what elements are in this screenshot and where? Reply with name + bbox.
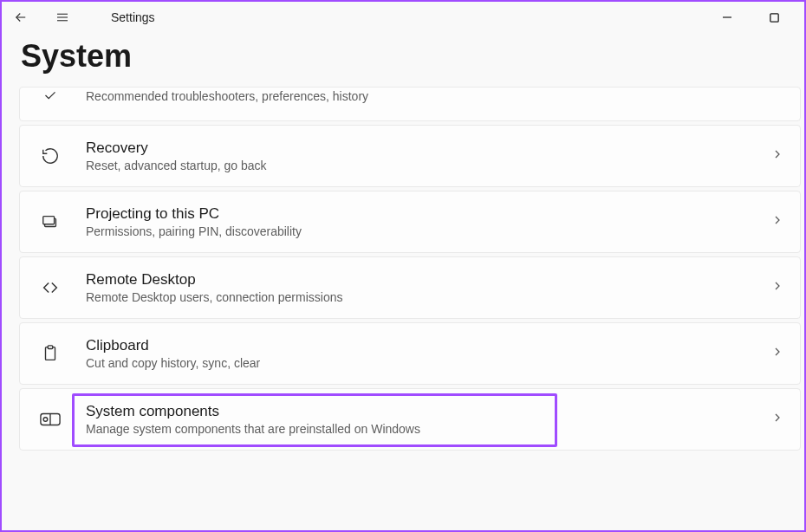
row-subtitle: Permissions, pairing PIN, discoverabilit… <box>86 224 760 238</box>
row-title: Projecting to this PC <box>86 205 760 223</box>
settings-window: Settings System Recommended troubleshoot… <box>0 0 806 532</box>
remote-desktop-icon <box>39 276 62 299</box>
chevron-right-icon <box>770 345 784 362</box>
row-subtitle: Remote Desktop users, connection permiss… <box>86 290 760 304</box>
row-subtitle: Cut and copy history, sync, clear <box>86 356 760 370</box>
chevron-right-icon <box>770 279 784 296</box>
row-troubleshoot[interactable]: Recommended troubleshooters, preferences… <box>19 87 801 121</box>
svg-rect-2 <box>43 217 55 224</box>
row-subtitle: Recommended troubleshooters, preferences… <box>86 89 784 103</box>
row-title: Remote Desktop <box>86 271 760 289</box>
row-remote-desktop[interactable]: Remote Desktop Remote Desktop users, con… <box>19 256 801 319</box>
titlebar: Settings <box>2 2 804 33</box>
row-subtitle: Reset, advanced startup, go back <box>86 159 760 172</box>
row-title: Recovery <box>86 139 760 157</box>
menu-button[interactable] <box>50 5 75 29</box>
recovery-icon <box>39 145 62 167</box>
row-title: System components <box>86 403 760 420</box>
row-title: Clipboard <box>86 337 760 354</box>
chevron-right-icon <box>770 411 784 428</box>
projecting-icon <box>39 211 62 233</box>
maximize-button[interactable] <box>764 7 784 28</box>
settings-list: Recommended troubleshooters, preferences… <box>2 87 804 530</box>
row-recovery[interactable]: Recovery Reset, advanced startup, go bac… <box>19 125 801 187</box>
svg-rect-4 <box>48 346 53 349</box>
chevron-right-icon <box>770 213 784 230</box>
chevron-right-icon <box>770 147 784 165</box>
row-clipboard[interactable]: Clipboard Cut and copy history, sync, cl… <box>19 322 801 385</box>
page-title: System <box>2 33 804 87</box>
app-title: Settings <box>111 10 155 24</box>
troubleshoot-icon <box>39 87 62 107</box>
row-system-components[interactable]: System components Manage system componen… <box>19 388 801 451</box>
system-components-icon <box>39 408 62 431</box>
back-button[interactable] <box>9 5 33 29</box>
row-subtitle: Manage system components that are preins… <box>86 422 760 436</box>
svg-point-6 <box>43 418 48 422</box>
svg-rect-0 <box>770 13 777 21</box>
row-projecting[interactable]: Projecting to this PC Permissions, pairi… <box>19 191 801 253</box>
minimize-button[interactable] <box>717 7 738 28</box>
clipboard-icon <box>39 342 62 365</box>
